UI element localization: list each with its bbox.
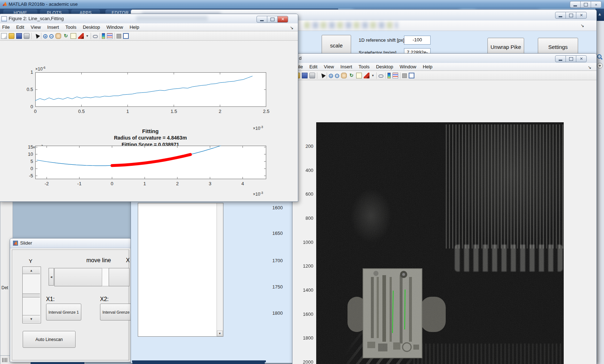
menu-item-help[interactable]: Help (423, 64, 432, 69)
menu-item-insert[interactable]: Insert (340, 64, 352, 69)
ref-shift-input[interactable]: -100 (404, 36, 431, 45)
maximize-icon[interactable] (566, 12, 576, 19)
menu-item-insert[interactable]: Insert (47, 24, 59, 30)
minimize-icon[interactable] (256, 16, 267, 23)
close-icon[interactable]: ✕ (576, 12, 587, 19)
dock-arrow-icon[interactable]: ↘ (290, 25, 294, 30)
y-tick-label: 0.5 (17, 87, 33, 92)
listbox-scrollbar[interactable]: ▼ (217, 203, 223, 336)
insert-legend-icon[interactable] (107, 33, 113, 39)
menu-item-window[interactable]: Window (106, 24, 123, 30)
search-icon[interactable] (597, 54, 603, 60)
y-tick-label: 400 (298, 168, 313, 173)
maximize-icon[interactable] (580, 1, 591, 8)
insert-colorbar-icon[interactable] (102, 33, 105, 39)
matlab-main-titlebar: MATLAB R2016b - academic use × (0, 0, 604, 9)
brush-icon[interactable] (364, 73, 369, 78)
move-line-label: move line (86, 257, 111, 264)
minimize-icon[interactable] (555, 55, 566, 62)
y-tick-label: 1 (17, 69, 33, 75)
image-figure-titlebar[interactable]: d ✕ (292, 54, 596, 63)
close-icon[interactable]: ✕ (576, 55, 587, 62)
figure2-titlebar[interactable]: Figure 2: Line_scan,Fitting ✕ (0, 14, 298, 24)
link-plots-icon[interactable] (93, 35, 98, 38)
menu-item-tools[interactable]: Tools (359, 64, 369, 69)
maximize-icon[interactable] (267, 16, 278, 23)
insert-legend-icon[interactable] (392, 73, 398, 78)
grip-handle-icon[interactable] (2, 358, 8, 362)
listbox[interactable]: ▼ (138, 203, 223, 337)
open-folder-icon[interactable] (9, 33, 14, 39)
pan-hand-icon[interactable] (55, 33, 61, 39)
interval-grenze-1-button[interactable]: Interval Grenze 1 (46, 304, 81, 320)
rotate-3d-icon[interactable]: ↻ (63, 33, 69, 39)
cursor-icon[interactable] (319, 73, 325, 78)
menu-item-help[interactable]: Help (130, 24, 139, 30)
menu-item-view[interactable]: View (31, 24, 41, 30)
menu-item-window[interactable]: Window (400, 64, 416, 69)
taskbar-window-edge (31, 362, 85, 364)
menu-item-desktop[interactable]: Desktop (83, 24, 100, 30)
scroll-down-icon[interactable]: ▼ (217, 331, 223, 336)
interval-grenze-2-button[interactable]: Interval Grenze 2 (100, 304, 135, 320)
menu-item-edit[interactable]: Edit (16, 24, 24, 30)
y-tick-label: 2000 (298, 359, 313, 364)
linescan-plot[interactable] (35, 72, 266, 107)
menu-item-desktop[interactable]: Desktop (376, 64, 393, 69)
fitting-plot[interactable] (35, 146, 266, 179)
zoom-out-icon[interactable]: − (335, 74, 339, 78)
gray-square-icon[interactable] (402, 73, 407, 78)
minimize-icon[interactable] (570, 1, 581, 8)
image-figure-canvas[interactable]: 2004006008001000120014001600180020002004… (292, 80, 596, 364)
save-icon[interactable] (302, 73, 308, 78)
auto-linescan-button[interactable]: Auto Linescan (23, 331, 76, 348)
dock-arrow-icon[interactable]: ↘ (588, 65, 591, 70)
main-window-controls: × (570, 1, 601, 8)
maximize-icon[interactable] (566, 55, 576, 62)
x-slider-thumb[interactable] (54, 268, 103, 286)
caret-down-icon[interactable]: ▾ (86, 33, 89, 39)
save-icon[interactable] (16, 33, 22, 39)
cursor-icon[interactable] (33, 33, 39, 39)
link-plots-icon[interactable] (378, 74, 383, 78)
zoom-in-icon[interactable]: + (329, 74, 333, 78)
minimize-icon[interactable] (555, 12, 566, 19)
y-slider-thumb[interactable] (23, 294, 40, 297)
gray-square-icon[interactable] (117, 34, 121, 38)
scanline-overlay (316, 122, 564, 364)
y-slider[interactable]: ▲ ▼ (22, 267, 41, 323)
chevron-down-circle-icon[interactable] (597, 63, 603, 69)
zoom-in-icon[interactable]: + (43, 34, 47, 38)
x2-slider[interactable] (109, 268, 130, 286)
data-cursor-icon[interactable] (356, 73, 362, 78)
print-icon[interactable] (309, 73, 315, 78)
dock-arrow-icon[interactable]: ↘ (581, 23, 584, 28)
slider-window-titlebar[interactable]: Slider (10, 238, 131, 248)
menu-item-view[interactable]: View (324, 64, 334, 69)
zoom-out-icon[interactable]: − (49, 34, 54, 38)
menu-item-tools[interactable]: Tools (65, 24, 76, 30)
slider-up-icon[interactable]: ▲ (23, 267, 40, 274)
pan-hand-icon[interactable] (341, 73, 347, 78)
axes-frame-icon[interactable] (409, 73, 414, 78)
brush-icon[interactable] (78, 33, 84, 39)
print-icon[interactable] (24, 33, 29, 39)
figure2-canvas[interactable]: Line scan ×10-6 ×10-3 Fitting Radius of … (0, 41, 298, 201)
rotate-3d-icon[interactable]: ↻ (349, 73, 354, 78)
close-icon[interactable]: ✕ (277, 16, 288, 23)
menu-item-file[interactable]: File (2, 24, 10, 30)
y-tick-label: -5 (17, 173, 33, 178)
slider-down-icon[interactable]: ▼ (23, 315, 40, 322)
insert-colorbar-icon[interactable] (387, 73, 391, 78)
caret-down-icon[interactable]: ▾ (371, 73, 374, 78)
y-tick-label: 0 (17, 166, 33, 171)
slider-left-icon[interactable]: ◄ (49, 268, 54, 286)
new-document-icon[interactable] (1, 33, 7, 39)
close-icon[interactable]: × (591, 1, 601, 8)
sem-image[interactable] (316, 122, 564, 364)
figure2-title: Figure 2: Line_scan,Fitting (9, 16, 64, 21)
menu-item-edit[interactable]: Edit (309, 64, 317, 69)
x-slider-trough[interactable] (102, 268, 109, 286)
data-cursor-icon[interactable] (71, 33, 76, 39)
axes-frame-icon[interactable] (123, 33, 129, 39)
